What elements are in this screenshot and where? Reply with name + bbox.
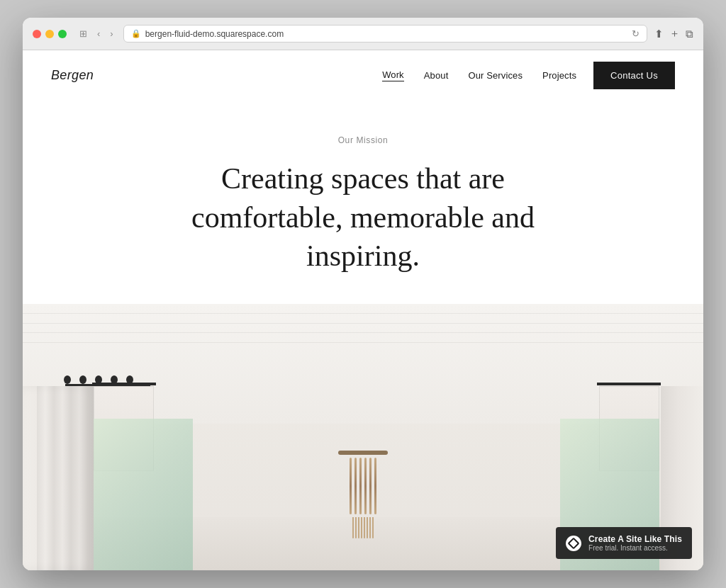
macrame-decoration (328, 451, 398, 538)
fringe-strand (369, 517, 371, 538)
tabs-icon[interactable]: ⧉ (686, 28, 693, 40)
macrame-string (364, 458, 367, 514)
curtain-ring (126, 375, 133, 384)
website-content: Bergen Work About Our Services Projects … (23, 50, 703, 570)
lock-icon: 🔒 (131, 29, 141, 38)
browser-window: ⊞ ‹ › 🔒 bergen-fluid-demo.squarespace.co… (23, 18, 703, 570)
fringe-strand (361, 517, 362, 538)
squarespace-logo-icon (568, 537, 580, 549)
fringe-strand (355, 517, 357, 538)
fringe-strand (372, 517, 374, 538)
back-icon[interactable]: ‹ (94, 27, 103, 40)
nav-links: Work About Our Services Projects (382, 69, 576, 81)
forward-icon[interactable]: › (107, 27, 116, 40)
close-button[interactable] (33, 30, 41, 38)
curtain-folds (37, 386, 94, 570)
nav-link-work[interactable]: Work (382, 69, 404, 81)
hero-title: Creating spaces that are comfortable, me… (186, 159, 540, 276)
reload-icon[interactable]: ↻ (632, 28, 640, 39)
curtain-rings (64, 375, 133, 384)
squarespace-badge[interactable]: Create A Site Like This Free trial. Inst… (556, 527, 692, 559)
macrame-string (369, 458, 372, 514)
sidebar-toggle-icon[interactable]: ⊞ (77, 27, 90, 40)
fringe-strand (367, 517, 368, 538)
curtain-ring (79, 375, 86, 384)
contact-us-button[interactable]: Contact Us (593, 62, 675, 89)
nav-link-projects[interactable]: Projects (542, 70, 576, 81)
navigation: Bergen Work About Our Services Projects … (23, 50, 703, 100)
macrame-strings (350, 455, 376, 514)
browser-actions: ⬆ ＋ ⧉ (654, 27, 693, 40)
curtain-ring (64, 375, 71, 384)
share-icon[interactable]: ⬆ (654, 28, 664, 40)
badge-main-text: Create A Site Like This (588, 534, 682, 544)
hero-label: Our Mission (51, 135, 675, 145)
fringe-strand (358, 517, 359, 538)
url-text: bergen-fluid-demo.squarespace.com (145, 29, 284, 39)
minimize-button[interactable] (45, 30, 54, 38)
macrame-fringe (352, 517, 374, 538)
room-photo: Create A Site Like This Free trial. Inst… (23, 304, 703, 570)
site-logo[interactable]: Bergen (51, 68, 94, 83)
badge-sub-text: Free trial. Instant access. (588, 544, 682, 552)
hero-section: Our Mission Creating spaces that are com… (23, 100, 703, 304)
macrame-string (354, 458, 357, 514)
browser-controls: ⊞ ‹ › (77, 27, 116, 40)
hero-image: Create A Site Like This Free trial. Inst… (23, 304, 703, 570)
macrame-string (350, 458, 352, 514)
fringe-strand (364, 517, 365, 538)
curtain-ring (95, 375, 102, 384)
address-bar[interactable]: 🔒 bergen-fluid-demo.squarespace.com ↻ (123, 25, 647, 43)
browser-chrome: ⊞ ‹ › 🔒 bergen-fluid-demo.squarespace.co… (23, 18, 703, 50)
squarespace-logo (566, 536, 581, 551)
fullscreen-button[interactable] (58, 30, 67, 38)
macrame-string (374, 458, 376, 514)
traffic-lights (33, 30, 67, 38)
nav-link-about[interactable]: About (424, 70, 449, 81)
badge-text: Create A Site Like This Free trial. Inst… (588, 534, 682, 552)
new-tab-icon[interactable]: ＋ (669, 27, 680, 40)
curtain-ring (111, 375, 118, 384)
curtain-rod (65, 384, 150, 386)
macrame-string (359, 458, 362, 514)
curtain-left (23, 304, 150, 570)
nav-link-services[interactable]: Our Services (468, 70, 523, 81)
fringe-strand (352, 517, 354, 538)
